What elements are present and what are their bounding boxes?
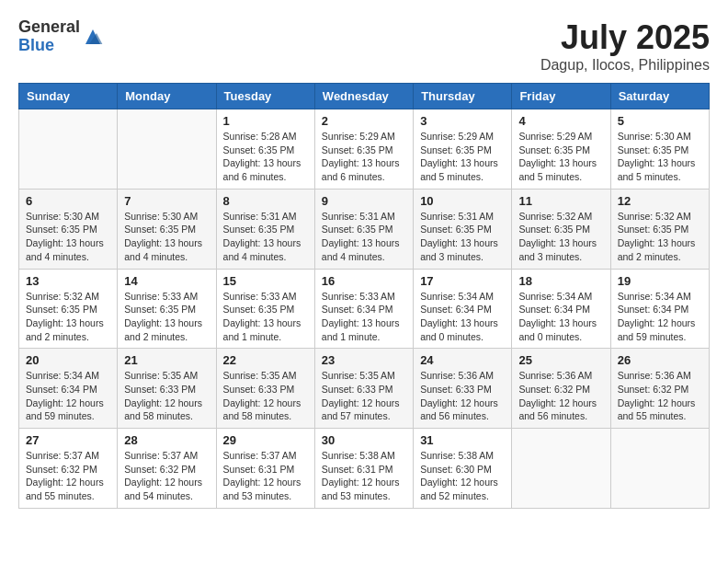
calendar-cell: 28Sunrise: 5:37 AMSunset: 6:32 PMDayligh… [118,429,216,509]
calendar-cell: 3Sunrise: 5:29 AMSunset: 6:35 PMDaylight… [414,109,512,190]
day-number: 31 [420,433,505,447]
day-detail: Sunrise: 5:30 AMSunset: 6:35 PMDaylight:… [618,130,702,184]
calendar-cell: 15Sunrise: 5:33 AMSunset: 6:35 PMDayligh… [216,269,314,349]
calendar-cell [118,109,216,190]
day-detail: Sunrise: 5:36 AMSunset: 6:32 PMDaylight:… [618,369,702,423]
month-title: July 2025 [540,18,710,57]
calendar-cell: 9Sunrise: 5:31 AMSunset: 6:35 PMDaylight… [314,189,413,269]
calendar-cell: 14Sunrise: 5:33 AMSunset: 6:35 PMDayligh… [118,269,216,349]
day-detail: Sunrise: 5:34 AMSunset: 6:34 PMDaylight:… [518,290,603,344]
day-number: 29 [223,433,308,447]
day-number: 1 [223,114,308,128]
calendar-cell [512,429,610,509]
calendar-cell: 10Sunrise: 5:31 AMSunset: 6:35 PMDayligh… [414,189,512,269]
day-number: 28 [124,433,209,447]
title-block: July 2025 Dagup, Ilocos, Philippines [540,18,710,74]
day-number: 23 [322,353,406,367]
day-number: 20 [26,353,110,367]
calendar-cell: 7Sunrise: 5:30 AMSunset: 6:35 PMDaylight… [118,189,216,269]
day-detail: Sunrise: 5:37 AMSunset: 6:31 PMDaylight:… [223,449,308,503]
day-number: 2 [322,114,406,128]
day-number: 24 [420,353,505,367]
week-row-1: 1Sunrise: 5:28 AMSunset: 6:35 PMDaylight… [19,109,710,190]
calendar-cell: 24Sunrise: 5:36 AMSunset: 6:33 PMDayligh… [414,349,512,429]
day-detail: Sunrise: 5:34 AMSunset: 6:34 PMDaylight:… [26,369,110,423]
logo-icon [82,26,104,48]
day-number: 8 [223,194,308,208]
day-number: 14 [124,274,209,288]
calendar-table: SundayMondayTuesdayWednesdayThursdayFrid… [18,83,710,509]
day-number: 17 [420,274,505,288]
week-row-5: 27Sunrise: 5:37 AMSunset: 6:32 PMDayligh… [19,429,710,509]
weekday-header-monday: Monday [118,84,216,109]
day-number: 21 [124,353,209,367]
day-detail: Sunrise: 5:36 AMSunset: 6:32 PMDaylight:… [518,369,603,423]
calendar-cell: 17Sunrise: 5:34 AMSunset: 6:34 PMDayligh… [414,269,512,349]
calendar-cell: 12Sunrise: 5:32 AMSunset: 6:35 PMDayligh… [610,189,709,269]
calendar-cell: 18Sunrise: 5:34 AMSunset: 6:34 PMDayligh… [512,269,610,349]
calendar-cell: 30Sunrise: 5:38 AMSunset: 6:31 PMDayligh… [314,429,413,509]
day-detail: Sunrise: 5:29 AMSunset: 6:35 PMDaylight:… [322,130,406,184]
logo: General Blue [18,18,104,55]
day-detail: Sunrise: 5:38 AMSunset: 6:31 PMDaylight:… [322,449,406,503]
weekday-header-row: SundayMondayTuesdayWednesdayThursdayFrid… [19,84,710,109]
weekday-header-tuesday: Tuesday [216,84,314,109]
day-number: 12 [618,194,702,208]
day-detail: Sunrise: 5:33 AMSunset: 6:34 PMDaylight:… [322,290,406,344]
calendar-cell: 25Sunrise: 5:36 AMSunset: 6:32 PMDayligh… [512,349,610,429]
week-row-3: 13Sunrise: 5:32 AMSunset: 6:35 PMDayligh… [19,269,710,349]
day-detail: Sunrise: 5:29 AMSunset: 6:35 PMDaylight:… [518,130,603,184]
calendar-cell: 22Sunrise: 5:35 AMSunset: 6:33 PMDayligh… [216,349,314,429]
calendar-cell: 21Sunrise: 5:35 AMSunset: 6:33 PMDayligh… [118,349,216,429]
day-number: 25 [518,353,603,367]
day-number: 22 [223,353,308,367]
day-detail: Sunrise: 5:36 AMSunset: 6:33 PMDaylight:… [420,369,505,423]
calendar-cell [19,109,118,190]
day-number: 19 [618,274,702,288]
day-number: 18 [518,274,603,288]
day-detail: Sunrise: 5:35 AMSunset: 6:33 PMDaylight:… [124,369,209,423]
logo-blue-text: Blue [18,37,80,55]
day-number: 4 [518,114,603,128]
day-detail: Sunrise: 5:32 AMSunset: 6:35 PMDaylight:… [518,210,603,264]
calendar-cell: 4Sunrise: 5:29 AMSunset: 6:35 PMDaylight… [512,109,610,190]
day-number: 5 [618,114,702,128]
day-detail: Sunrise: 5:33 AMSunset: 6:35 PMDaylight:… [124,290,209,344]
day-number: 7 [124,194,209,208]
calendar-cell: 2Sunrise: 5:29 AMSunset: 6:35 PMDaylight… [314,109,413,190]
day-detail: Sunrise: 5:32 AMSunset: 6:35 PMDaylight:… [618,210,702,264]
day-number: 30 [322,433,406,447]
day-number: 26 [618,353,702,367]
day-detail: Sunrise: 5:28 AMSunset: 6:35 PMDaylight:… [223,130,308,184]
calendar-cell: 8Sunrise: 5:31 AMSunset: 6:35 PMDaylight… [216,189,314,269]
day-number: 6 [26,194,110,208]
day-detail: Sunrise: 5:30 AMSunset: 6:35 PMDaylight:… [124,210,209,264]
day-detail: Sunrise: 5:33 AMSunset: 6:35 PMDaylight:… [223,290,308,344]
calendar-cell: 31Sunrise: 5:38 AMSunset: 6:30 PMDayligh… [414,429,512,509]
day-detail: Sunrise: 5:34 AMSunset: 6:34 PMDaylight:… [420,290,505,344]
day-detail: Sunrise: 5:34 AMSunset: 6:34 PMDaylight:… [618,290,702,344]
day-detail: Sunrise: 5:35 AMSunset: 6:33 PMDaylight:… [322,369,406,423]
day-number: 11 [518,194,603,208]
day-detail: Sunrise: 5:29 AMSunset: 6:35 PMDaylight:… [420,130,505,184]
calendar-cell: 11Sunrise: 5:32 AMSunset: 6:35 PMDayligh… [512,189,610,269]
day-number: 27 [26,433,110,447]
location-text: Dagup, Ilocos, Philippines [540,57,710,74]
calendar-cell [610,429,709,509]
day-number: 10 [420,194,505,208]
week-row-2: 6Sunrise: 5:30 AMSunset: 6:35 PMDaylight… [19,189,710,269]
calendar-cell: 13Sunrise: 5:32 AMSunset: 6:35 PMDayligh… [19,269,118,349]
day-detail: Sunrise: 5:37 AMSunset: 6:32 PMDaylight:… [26,449,110,503]
calendar-cell: 6Sunrise: 5:30 AMSunset: 6:35 PMDaylight… [19,189,118,269]
day-detail: Sunrise: 5:31 AMSunset: 6:35 PMDaylight:… [420,210,505,264]
calendar-cell: 26Sunrise: 5:36 AMSunset: 6:32 PMDayligh… [610,349,709,429]
day-detail: Sunrise: 5:38 AMSunset: 6:30 PMDaylight:… [420,449,505,503]
calendar-cell: 29Sunrise: 5:37 AMSunset: 6:31 PMDayligh… [216,429,314,509]
weekday-header-sunday: Sunday [19,84,118,109]
calendar-cell: 23Sunrise: 5:35 AMSunset: 6:33 PMDayligh… [314,349,413,429]
day-number: 3 [420,114,505,128]
calendar-cell: 16Sunrise: 5:33 AMSunset: 6:34 PMDayligh… [314,269,413,349]
page-header: General Blue July 2025 Dagup, Ilocos, Ph… [18,18,710,74]
day-detail: Sunrise: 5:31 AMSunset: 6:35 PMDaylight:… [322,210,406,264]
day-number: 15 [223,274,308,288]
